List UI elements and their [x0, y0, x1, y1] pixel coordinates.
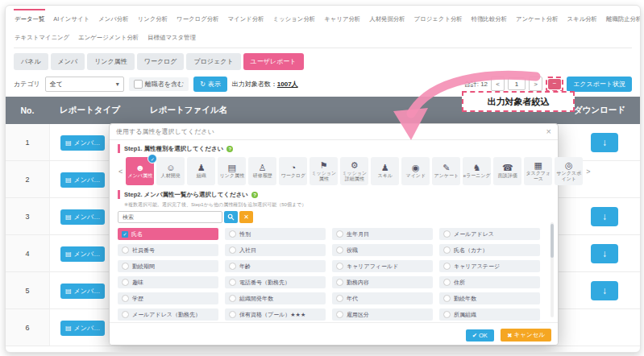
scrollbar-thumb[interactable]	[551, 224, 554, 258]
narrow-targets-button[interactable]: −	[548, 79, 561, 89]
page-number-input[interactable]	[508, 77, 526, 90]
report-type-button[interactable]: ▤ メンバ…	[60, 284, 105, 299]
category-select[interactable]: 全て	[45, 77, 124, 92]
attribute-item[interactable]: 勤続年数	[439, 292, 540, 304]
report-type-button[interactable]: ▤ メンバ…	[60, 321, 105, 336]
attribute-item[interactable]: 電話番号（勤務先）	[225, 276, 326, 288]
attribute-item[interactable]: 役職	[332, 244, 433, 256]
attribute-type-tile[interactable]: ♟ 組織	[187, 157, 215, 185]
attribute-item[interactable]: 雇用区分	[332, 308, 433, 321]
attribute-item[interactable]: 勤続期間	[118, 260, 218, 272]
nav-item[interactable]: 特徴比較分析	[471, 9, 508, 27]
attribute-item[interactable]: 保有資格（プール）★★★	[225, 308, 326, 321]
report-type-button[interactable]: ▤ メンバ…	[60, 135, 105, 151]
attribute-type-tile[interactable]: ✎ アンケート	[432, 157, 460, 185]
attribute-item[interactable]: 所属組織	[439, 308, 540, 321]
attribute-type-tile[interactable]: ♞ eラーニング	[463, 157, 491, 185]
nav-item[interactable]: 人材発掘分析	[368, 9, 405, 27]
nav-item[interactable]: アンケート分析	[515, 9, 559, 27]
attribute-item[interactable]: 入社日	[225, 244, 326, 256]
tab[interactable]: ワークログ	[137, 53, 185, 70]
nav-item[interactable]: 離職防止分析	[605, 9, 641, 27]
nav-item[interactable]: マインド分析	[227, 9, 265, 27]
tab[interactable]: メンバ	[51, 53, 85, 70]
download-button[interactable]: ↓	[591, 207, 618, 226]
attribute-item[interactable]: 社員番号	[118, 244, 218, 256]
clear-search-button[interactable]: ✕	[239, 211, 253, 223]
attribute-type-tile[interactable]: ⚙ ミッション詳細属性	[340, 157, 368, 185]
attribute-type-tile[interactable]: ▦ タスクフォース	[524, 157, 552, 185]
attribute-item[interactable]: 氏名	[118, 228, 218, 240]
attribute-item[interactable]: 住所	[439, 276, 540, 288]
report-type-button[interactable]: ▤ メンバ…	[60, 209, 105, 225]
tab[interactable]: ユーザレポート	[243, 53, 304, 70]
nav-item[interactable]: AIインサイト	[52, 9, 90, 27]
attribute-item[interactable]: メールアドレス（勤務先）	[118, 308, 218, 321]
export-status-button[interactable]: エクスポート状況	[567, 77, 632, 92]
ok-button[interactable]: ✔ OK	[466, 329, 494, 342]
nav-item[interactable]: ミッション分析	[272, 9, 317, 27]
nav-item[interactable]: リンク分析	[137, 9, 168, 27]
attribute-item[interactable]: キャリアフィールド	[332, 260, 433, 272]
download-button[interactable]: ↓	[591, 244, 618, 263]
tab[interactable]: パネル	[14, 53, 48, 70]
tab[interactable]: プロジェクト	[186, 53, 240, 70]
attribute-type-tile[interactable]: ◉ マインド	[401, 157, 430, 185]
modal-scrollbar	[551, 222, 554, 317]
nav-item[interactable]: ワークログ分析	[176, 9, 219, 27]
scroll-left-icon[interactable]: <	[118, 168, 123, 176]
attribute-item-label: 保有資格（プール）★★★	[239, 311, 305, 319]
attribute-type-tile[interactable]: ☎ 面談評価	[493, 157, 521, 185]
output-count-link[interactable]: 1007人	[277, 81, 298, 88]
download-button[interactable]: ↓	[591, 281, 618, 300]
attribute-type-strip: < ✓ ☻ メンバ属性 ☺ 人材開発	[118, 157, 550, 185]
attribute-item-label: メールアドレス	[454, 230, 494, 238]
attribute-item[interactable]: 年代	[332, 292, 433, 304]
attribute-type-tile[interactable]: ☺ 人材開発	[156, 157, 185, 185]
attribute-item-label: 勤務内容	[347, 279, 369, 287]
report-type-button[interactable]: ▤ メンバ…	[60, 172, 105, 188]
attribute-item[interactable]: 勤務内容	[332, 276, 433, 288]
attribute-type-tile[interactable]: ✓ ☻ メンバ属性	[126, 157, 154, 185]
total-label: 合計: 12	[464, 80, 488, 89]
attribute-item[interactable]: キャリアステージ	[439, 260, 540, 272]
show-button[interactable]: ↻ 表示	[193, 77, 227, 92]
attribute-type-tile[interactable]: ◎ サンクスポイント	[555, 157, 583, 185]
nav-item[interactable]: テキストマイニング	[14, 27, 70, 46]
attribute-item[interactable]: 趣味	[118, 276, 218, 288]
nav-item[interactable]: 目標値マスタ管理	[147, 27, 197, 46]
next-page-button[interactable]: >	[529, 77, 542, 91]
prev-page-button[interactable]: <	[491, 77, 505, 91]
tab[interactable]: リンク属性	[87, 53, 135, 70]
attribute-item[interactable]: 氏名（カナ）	[439, 244, 540, 256]
attribute-item[interactable]: 組織開発年数	[225, 292, 326, 304]
attribute-type-tile[interactable]: ♙ 研修履歴	[248, 157, 276, 185]
nav-item[interactable]: プロジェクト分析	[413, 9, 463, 27]
checkbox-icon	[229, 263, 236, 270]
attribute-item[interactable]: 性別	[225, 228, 326, 240]
cancel-button[interactable]: ✖ キャンセル	[501, 329, 551, 342]
nav-item[interactable]: メンバ分析	[98, 9, 129, 27]
attribute-search-input[interactable]	[118, 211, 222, 223]
download-button[interactable]: ↓	[591, 133, 618, 152]
report-type-button[interactable]: ▤ メンバ…	[60, 246, 105, 262]
attribute-type-tile[interactable]: ◔ ワークログ	[279, 157, 307, 185]
attribute-select-modal: 使用する属性を選択してください × Step1. 属性種別を選択してください ?…	[109, 123, 559, 346]
attribute-item[interactable]: メールアドレス	[439, 228, 540, 240]
close-icon[interactable]: ×	[546, 127, 551, 136]
nav-item[interactable]: データ一覧	[14, 9, 45, 27]
attribute-item[interactable]: 学歴	[118, 292, 218, 304]
attribute-type-tile[interactable]: ⚑ ミッション属性	[310, 157, 338, 185]
attribute-type-tile[interactable]: ▤ リンク属性	[218, 157, 246, 185]
attribute-type-icon: ⚑	[320, 161, 328, 170]
include-retired-checkbox-wrap[interactable]: 離職者を含む	[129, 77, 189, 91]
attribute-type-tile[interactable]: ♟ スキル	[371, 157, 399, 185]
attribute-item[interactable]: 年齢	[225, 260, 326, 272]
show-button-label: 表示	[208, 80, 221, 89]
nav-item[interactable]: キャリア分析	[323, 9, 361, 27]
search-button[interactable]	[224, 211, 238, 223]
scroll-right-icon[interactable]: >	[585, 168, 591, 176]
nav-item[interactable]: エンゲージメント分析	[77, 27, 139, 46]
nav-item[interactable]: スキル分析	[567, 9, 598, 27]
attribute-item[interactable]: 生年月日	[332, 228, 433, 240]
